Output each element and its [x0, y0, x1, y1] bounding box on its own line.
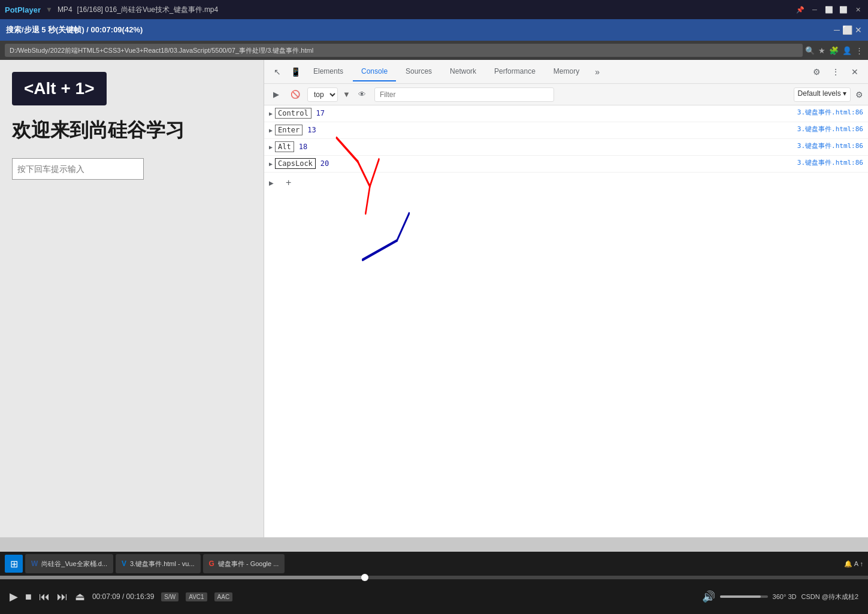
clear-console-icon[interactable]: 🚫	[288, 87, 303, 102]
expand-icon[interactable]: ▶	[269, 127, 273, 134]
keyboard-input[interactable]	[12, 158, 144, 180]
extension-icon[interactable]: 🧩	[829, 46, 839, 55]
search-bar: 搜索/步退 5 秒(关键帧) / 00:07:09(42%) ─ ⬜ ✕	[0, 19, 868, 41]
main-area: <Alt + 1> 欢迎来到尚硅谷学习 ↖ 📱 Elements Console…	[0, 60, 868, 537]
start-button[interactable]: ⊞	[5, 555, 23, 573]
shortcut-display: <Alt + 1>	[12, 72, 107, 105]
chrome-icon: G	[209, 559, 214, 568]
restore-player-button[interactable]: ⬜	[842, 25, 852, 35]
select-element-button[interactable]: ↖	[269, 63, 286, 80]
close-devtools-button[interactable]: ✕	[846, 63, 863, 80]
minimize-player-button[interactable]: ─	[834, 25, 840, 35]
title-bar-separator: ▼	[46, 5, 53, 14]
progress-handle[interactable]	[361, 574, 368, 581]
time-display: 00:07:09 / 00:16:39	[92, 592, 154, 601]
taskbar-item-vscode[interactable]: V 3.键盘事件.html - vu...	[116, 554, 201, 573]
add-console-button[interactable]: +	[281, 175, 296, 190]
taskbar-right: 🔔 A ↑	[844, 560, 863, 568]
star-icon[interactable]: ★	[818, 46, 825, 55]
console-content: ▶ Alt 18	[269, 141, 797, 152]
player-controls: ▶ ■ ⏮ ⏭ ⏏ 00:07:09 / 00:16:39 S/W AVC1 A…	[0, 579, 868, 614]
console-content: ▶ Enter 13	[269, 125, 797, 135]
console-empty-row: ▶ +	[264, 173, 868, 193]
key-display: CapsLock	[275, 158, 316, 169]
codec-tag: AVC1	[186, 592, 207, 601]
expand-icon[interactable]: ▶	[269, 144, 273, 150]
dropdown-arrow-icon: ▼	[343, 90, 350, 99]
devtools-context-bar: ▶ 🚫 top ▼ 👁 Default levels ▾ ⚙	[264, 84, 868, 105]
progress-bar[interactable]	[0, 576, 868, 579]
more-options-icon[interactable]: ⋮	[827, 63, 844, 80]
devtools-toolbar: ↖ 📱 Elements Console Sources Network Per…	[264, 60, 868, 84]
close-button[interactable]: ✕	[852, 4, 863, 15]
volume-slider[interactable]	[720, 595, 768, 598]
next-button[interactable]: ⏭	[57, 591, 68, 603]
track-format: MP4	[58, 5, 72, 14]
taskbar-item-label: 3.键盘事件.html - vu...	[130, 559, 195, 568]
potplayer-logo: PotPlayer	[5, 5, 41, 14]
console-file-link[interactable]: 3.键盘事件.html:86	[797, 125, 863, 134]
format-tag: S/W	[161, 592, 179, 601]
settings-icon[interactable]: ⚙	[808, 63, 825, 80]
taskbar-item-word[interactable]: W 尚硅谷_Vue全家桶.d...	[25, 554, 113, 573]
key-code: 20	[320, 159, 329, 168]
browser-icons: 🔍 ★ 🧩 👤 ⋮	[805, 46, 863, 55]
search-bar-text: 搜索/步退 5 秒(关键帧) / 00:07:09(42%)	[6, 25, 143, 35]
eye-icon[interactable]: 👁	[355, 87, 370, 102]
tab-network[interactable]: Network	[441, 62, 485, 81]
console-file-link[interactable]: 3.键盘事件.html:86	[797, 158, 863, 167]
console-content: ▶ Control 17	[269, 108, 797, 119]
log-levels-selector[interactable]: Default levels ▾	[794, 87, 851, 102]
console-settings-icon[interactable]: ⚙	[855, 90, 863, 99]
taskbar-item-label: 键盘事件 - Google ...	[218, 559, 279, 568]
tab-elements[interactable]: Elements	[305, 62, 352, 81]
console-line: ▶ Control 17 3.键盘事件.html:86	[264, 105, 868, 122]
context-selector[interactable]: top	[307, 87, 338, 102]
prev-button[interactable]: ⏮	[39, 591, 50, 603]
taskbar-item-label: 尚硅谷_Vue全家桶.d...	[41, 559, 107, 568]
maximize-button[interactable]: ⬜	[838, 4, 849, 15]
tab-console[interactable]: Console	[353, 62, 396, 81]
close-player-button[interactable]: ✕	[855, 25, 862, 35]
tab-sources[interactable]: Sources	[397, 62, 440, 81]
stop-button[interactable]: ■	[25, 591, 32, 603]
player-bar: ▶ ■ ⏮ ⏭ ⏏ 00:07:09 / 00:16:39 S/W AVC1 A…	[0, 576, 868, 614]
console-content: ▶ CapsLock 20	[269, 158, 797, 169]
search-icon[interactable]: 🔍	[805, 46, 815, 55]
expand-icon[interactable]: ▶	[269, 110, 273, 117]
expand-chevron-icon[interactable]: ▶	[269, 180, 274, 186]
vscode-icon: V	[122, 559, 126, 568]
key-code: 17	[316, 109, 325, 117]
play-button[interactable]: ▶	[10, 590, 18, 603]
tab-performance[interactable]: Performance	[486, 62, 544, 81]
restore-button[interactable]: ⬜	[824, 4, 834, 15]
console-file-link[interactable]: 3.键盘事件.html:86	[797, 108, 863, 117]
minimize-button[interactable]: ─	[809, 4, 820, 15]
volume-icon[interactable]: 🔊	[702, 590, 715, 603]
eject-button[interactable]: ⏏	[75, 590, 85, 603]
player-right: 🔊 360° 3D CSDN @待木成桂2	[702, 590, 858, 603]
taskbar-clock: 🔔 A ↑	[844, 560, 863, 568]
pin-button[interactable]: 📌	[795, 4, 806, 15]
url-bar[interactable]: D:/WebStudy/2022前端HTML5+CSS3+Vue3+React1…	[5, 44, 803, 57]
devtools-toolbar-right: ⚙ ⋮ ✕	[808, 63, 863, 80]
title-bar-left: PotPlayer ▼ MP4 [16/168] 016_尚硅谷Vue技术_键盘…	[5, 5, 218, 15]
menu-icon[interactable]: ⋮	[855, 46, 863, 55]
key-code: 18	[299, 143, 307, 151]
progress-fill	[0, 576, 365, 579]
device-toggle-button[interactable]: 📱	[287, 63, 304, 80]
search-bar-controls: ─ ⬜ ✕	[834, 25, 862, 35]
console-output: ▶ Control 17 3.键盘事件.html:86 ▶ Enter 13 3…	[264, 105, 868, 537]
track-title: [16/168] 016_尚硅谷Vue技术_键盘事件.mp4	[77, 5, 219, 15]
key-display: Enter	[275, 125, 303, 135]
taskbar-item-chrome[interactable]: G 键盘事件 - Google ...	[203, 554, 285, 573]
tab-memory[interactable]: Memory	[545, 62, 588, 81]
console-file-link[interactable]: 3.键盘事件.html:86	[797, 141, 863, 150]
expand-icon[interactable]: ▶	[269, 161, 273, 167]
profile-icon[interactable]: 👤	[842, 46, 852, 55]
page-title: 欢迎来到尚硅谷学习	[12, 117, 252, 144]
more-tabs-button[interactable]: »	[589, 63, 606, 80]
devtools-panel: ↖ 📱 Elements Console Sources Network Per…	[264, 60, 868, 537]
run-icon[interactable]: ▶	[269, 87, 283, 102]
console-filter-input[interactable]	[374, 87, 554, 102]
